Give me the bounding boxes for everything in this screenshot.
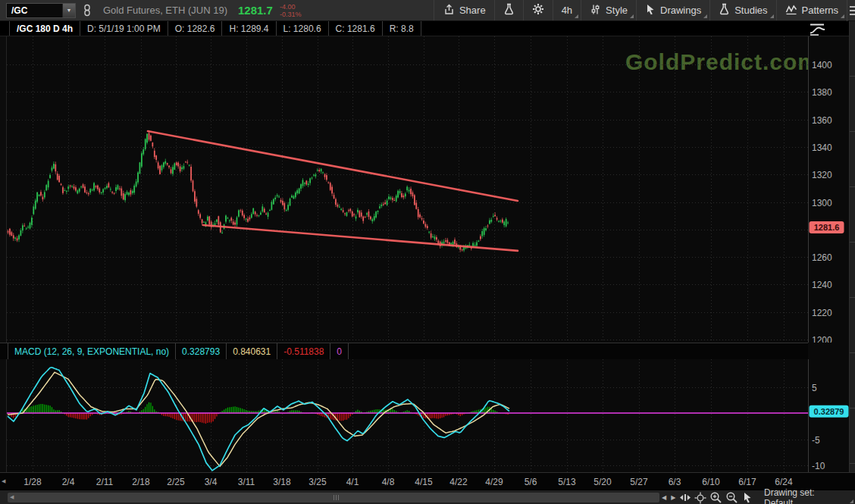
x-axis-label: 4/8 (382, 477, 395, 487)
macd-value: 0.840631 (227, 343, 277, 359)
link-icon[interactable] (82, 4, 92, 17)
x-axis-label: 6/3 (669, 477, 681, 487)
ohlc-cell: D: 5/1/19 1:00 PM (80, 21, 168, 36)
flask-icon (503, 3, 515, 17)
price-axis-label: 1220 (812, 308, 832, 318)
trendline[interactable] (148, 131, 518, 201)
macd-value: -0.511838 (277, 343, 330, 359)
ohlc-cell: R: 8.8 (383, 21, 421, 36)
toolbar-buttons: Share 4h Style Drawings Studies Patterns (434, 0, 855, 20)
studies-button[interactable]: Studies (709, 0, 775, 20)
price-axis-label: 1360 (812, 115, 832, 126)
price-axis-label: 1200 (812, 335, 832, 343)
x-axis-label: 3/18 (273, 477, 290, 487)
macd-readout-row[interactable]: MACD (12, 26, 9, EXPONENTIAL, no)0.32879… (0, 343, 808, 359)
drawing-set-selector[interactable]: Drawing set: Default (764, 490, 855, 504)
scrollbar-grip-icon[interactable] (334, 495, 339, 500)
macd-axis-label: -5 (812, 435, 820, 446)
x-axis-label: 6/17 (738, 477, 756, 487)
quick-study-button[interactable] (494, 0, 523, 20)
patterns-button[interactable]: Patterns (776, 0, 847, 20)
zoom-in-icon[interactable] (709, 491, 722, 504)
chart-nav-cluster: ◀ ▶ (661, 490, 753, 504)
drawings-button[interactable]: Drawings (636, 0, 709, 20)
macd-chart-canvas[interactable]: 5-5-100.32879 (0, 359, 855, 472)
price-axis-label: 1240 (812, 280, 832, 290)
axis-settings-icon[interactable] (808, 23, 828, 36)
ohlc-cell: H: 1289.4 (222, 21, 276, 36)
price-axis-label: 1400 (812, 60, 832, 70)
x-axis-label: 2/25 (167, 477, 184, 487)
x-axis-label: 4/29 (485, 477, 503, 487)
x-axis-label: 4/22 (449, 477, 467, 487)
x-axis-label: 2/18 (132, 477, 149, 487)
x-axis-label: 5/20 (593, 477, 611, 487)
style-button[interactable]: Style (581, 0, 636, 20)
x-axis-label: 3/25 (308, 477, 326, 487)
price-change: -4.00 -0.31% (280, 3, 302, 18)
symbol-value: /GC (11, 5, 27, 16)
x-axis-label: 4/15 (415, 477, 432, 487)
page-left-icon[interactable]: ◀ (661, 494, 667, 501)
bottom-status-bar: ◀ ◀ ▶ Drawing set: Default (0, 490, 855, 504)
share-button[interactable]: Share (434, 0, 494, 20)
symbol-input[interactable]: /GC ▼ (6, 3, 76, 18)
symbol-dropdown-button[interactable]: ▼ (62, 4, 75, 17)
macd-study-label[interactable]: MACD (12, 26, 9, EXPONENTIAL, no) (8, 343, 176, 359)
interval-button[interactable]: 4h (553, 0, 581, 20)
share-icon (443, 4, 455, 17)
trendline[interactable] (203, 225, 518, 251)
scroll-left-icon[interactable]: ◀ (10, 494, 14, 500)
x-axis-label: 1/28 (23, 477, 41, 487)
crosshair-icon[interactable] (694, 492, 706, 504)
x-axis-label: 2/11 (96, 477, 113, 487)
cursor-icon (645, 4, 656, 17)
x-axis-label: 5/6 (525, 477, 537, 487)
fit-bars-icon[interactable] (679, 492, 691, 503)
pointer-mode-icon[interactable] (741, 492, 753, 504)
x-axis-label: 4/1 (346, 477, 359, 487)
change-value: -4.00 (280, 3, 302, 11)
macd-value: 0.328793 (176, 343, 227, 359)
x-axis-label: 3/11 (238, 477, 255, 487)
settings-button[interactable] (523, 0, 553, 20)
toolbar-overflow-menu-icon[interactable] (847, 0, 855, 21)
symbol-timeframe-label: /GC 180 D 4h (9, 21, 80, 36)
top-toolbar: /GC ▼ Gold Futures, ETH (JUN 19) 1281.7 … (0, 0, 855, 21)
gear-icon (532, 3, 544, 17)
ohlc-cell: C: 1281.6 (329, 21, 383, 36)
x-axis-label: 5/13 (558, 477, 575, 487)
macd-value: 0 (330, 343, 349, 359)
price-chart-canvas[interactable]: GoldPredict.com1400138013601340132013001… (0, 36, 855, 343)
price-axis-label: 1380 (812, 87, 832, 98)
svg-text:0.32879: 0.32879 (814, 407, 844, 416)
style-icon (590, 4, 601, 17)
instrument-label: Gold Futures, ETH (JUN 19) (103, 5, 227, 16)
candles (8, 131, 509, 252)
flask-icon (719, 3, 730, 17)
ohlc-cell: L: 1280.6 (277, 21, 329, 36)
page-right-icon[interactable]: ▶ (670, 494, 676, 501)
zoom-out-icon[interactable] (725, 491, 738, 504)
price-axis-label: 1320 (812, 170, 832, 180)
last-price: 1281.7 (238, 4, 273, 17)
macd-axis-label: -10 (812, 461, 825, 471)
x-axis-label: 6/10 (702, 477, 719, 487)
time-axis[interactable]: ◀ 1/282/42/112/182/253/43/113/183/254/14… (0, 472, 855, 490)
pane-collapse-icon[interactable]: ◀ (2, 478, 5, 484)
svg-text:1281.6: 1281.6 (814, 223, 840, 232)
ohlc-cell: O: 1282.6 (168, 21, 223, 36)
x-axis-label: 6/24 (775, 477, 792, 487)
horizontal-scrollbar[interactable]: ◀ (8, 493, 659, 502)
price-axis-label: 1260 (812, 252, 832, 263)
x-axis-label: 3/4 (205, 477, 218, 487)
watermark: GoldPredict.com (625, 49, 819, 74)
price-axis-label: 1340 (812, 142, 832, 153)
right-axis-scrollbar[interactable] (849, 21, 855, 490)
x-axis-label: 5/27 (630, 477, 647, 487)
change-percent: -0.31% (280, 11, 302, 18)
macd-axis-label: 5 (812, 383, 817, 393)
price-axis-label: 1300 (812, 198, 832, 208)
pattern-zigzag-icon (785, 4, 797, 17)
x-axis-label: 2/4 (62, 477, 75, 487)
